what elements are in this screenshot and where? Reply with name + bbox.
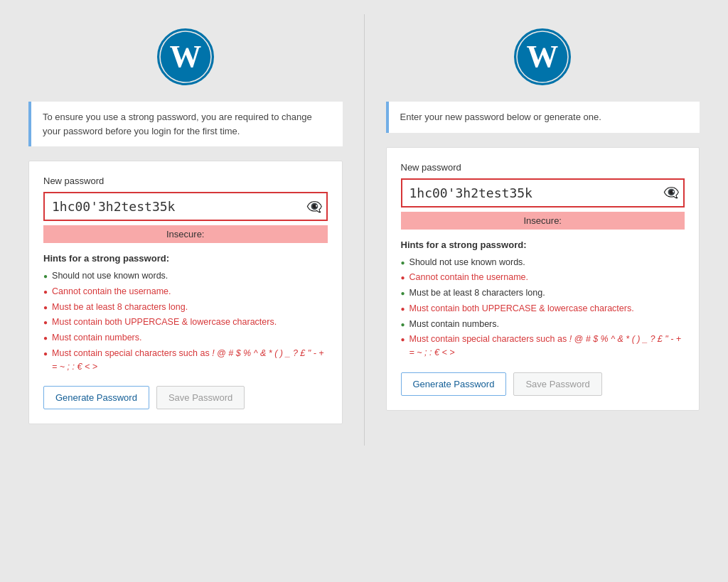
left-password-wrapper: 👁️‍🗨 [43, 192, 328, 221]
hint-text: Must be at least 8 characters long. [52, 301, 188, 314]
hint-text: Must contain special characters such as … [410, 333, 685, 360]
left-password-input[interactable] [43, 192, 328, 221]
bullet-icon: ● [43, 333, 48, 343]
wp-logo-left: W [157, 28, 214, 102]
left-form-card: New password 👁️‍🗨 Insecure: Hints for a … [28, 161, 343, 424]
bullet-icon: ● [401, 319, 405, 330]
list-item: ● Must be at least 8 characters long. [401, 286, 685, 300]
right-hints-list: ● Should not use known words. ● Cannot c… [401, 256, 685, 360]
wp-logo-right: W [514, 28, 571, 102]
right-panel: W Enter your new password below or gener… [365, 14, 722, 446]
right-save-button: Save Password [513, 372, 601, 396]
right-hints-heading: Hints for a strong password: [401, 239, 685, 250]
list-item: ● Must be at least 8 characters long. [43, 301, 328, 314]
list-item: ● Should not use known words. [401, 256, 685, 269]
left-field-label: New password [43, 176, 328, 186]
left-strength-label: Insecure: [166, 229, 204, 239]
list-item: ● Must contain numbers. [401, 318, 685, 331]
right-password-wrapper: 👁️‍🗨 [401, 178, 685, 208]
bullet-icon: ● [401, 288, 405, 298]
left-btn-row: Generate Password Save Password [43, 386, 328, 409]
list-item: ● Cannot contain the username. [401, 271, 685, 284]
list-item: ● Should not use known words. [43, 269, 328, 283]
bullet-icon: ● [401, 334, 405, 345]
svg-text:W: W [169, 38, 201, 74]
bullet-icon: ● [43, 302, 48, 313]
bullet-icon: ● [43, 271, 48, 281]
bullet-icon: ● [43, 348, 48, 359]
list-item: ● Must contain numbers. [43, 331, 328, 345]
right-btn-row: Generate Password Save Password [401, 372, 685, 396]
left-notice-box: To ensure you use a strong password, you… [28, 102, 343, 146]
hint-text: Must be at least 8 characters long. [410, 286, 545, 300]
right-eye-icon[interactable]: 👁️‍🗨 [663, 185, 679, 200]
left-hints-list: ● Should not use known words. ● Cannot c… [43, 269, 328, 373]
hint-text: Should not use known words. [410, 256, 525, 269]
hint-text: Must contain special characters such as … [52, 347, 327, 374]
right-notice-text: Enter your new password below or generat… [400, 112, 601, 122]
right-form-card: New password 👁️‍🗨 Insecure: Hints for a … [386, 147, 700, 411]
hint-text: Must contain numbers. [410, 318, 499, 331]
right-strength-label: Insecure: [524, 215, 562, 226]
hint-text: Should not use known words. [52, 269, 168, 283]
list-item: ● Must contain special characters such a… [401, 333, 685, 360]
svg-text:W: W [527, 38, 559, 74]
left-panel: W To ensure you use a strong password, y… [7, 14, 364, 446]
hint-text: Must contain numbers. [52, 331, 141, 345]
hint-text: Cannot contain the username. [410, 271, 528, 284]
bullet-icon: ● [43, 317, 48, 328]
hint-text: Cannot contain the username. [52, 285, 171, 298]
right-field-label: New password [401, 162, 685, 173]
right-strength-badge: Insecure: [401, 212, 685, 230]
hint-text: Must contain both UPPERCASE & lowercase … [52, 316, 277, 329]
right-generate-button[interactable]: Generate Password [401, 372, 507, 396]
right-password-input[interactable] [401, 178, 685, 208]
right-notice-box: Enter your new password below or generat… [386, 102, 700, 133]
list-item: ● Must contain both UPPERCASE & lowercas… [43, 316, 328, 329]
left-notice-text: To ensure you use a strong password, you… [43, 112, 312, 136]
left-eye-icon[interactable]: 👁️‍🗨 [306, 199, 322, 215]
list-item: ● Must contain special characters such a… [43, 347, 328, 374]
left-generate-button[interactable]: Generate Password [43, 386, 149, 409]
hint-text: Must contain both UPPERCASE & lowercase … [410, 302, 634, 316]
list-item: ● Cannot contain the username. [43, 285, 328, 298]
bullet-icon: ● [401, 303, 405, 314]
list-item: ● Must contain both UPPERCASE & lowercas… [401, 302, 685, 316]
bullet-icon: ● [401, 257, 405, 268]
left-save-button: Save Password [156, 386, 245, 409]
bullet-icon: ● [401, 272, 405, 283]
left-hints-heading: Hints for a strong password: [43, 253, 328, 264]
left-strength-badge: Insecure: [43, 225, 328, 243]
bullet-icon: ● [43, 286, 48, 297]
